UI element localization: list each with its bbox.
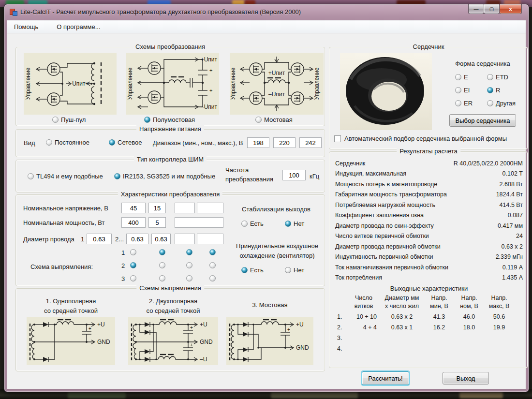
plus-u-label: +U [200, 321, 207, 328]
core-photo [340, 53, 432, 130]
rect-radio-2-3[interactable] [186, 262, 192, 268]
upit-label: –Uпит+ [69, 80, 89, 87]
rect-radio-3-3[interactable] [186, 275, 192, 281]
groupbox-results: Результаты расчета СердечникR 40,0/25,0/… [329, 151, 528, 368]
calculate-button[interactable]: Рассчитать! [362, 371, 409, 385]
groupbox-legend: Результаты расчета [397, 148, 460, 155]
exit-button[interactable]: Выход [443, 372, 489, 384]
menu-help[interactable]: Помощь [14, 23, 38, 30]
rect-radio-3-1[interactable] [130, 275, 136, 281]
radio-label: Постоянное [55, 139, 89, 146]
radio-icon[interactable] [285, 221, 291, 227]
minimize-button[interactable]: — [468, 4, 484, 14]
checkbox-icon[interactable] [334, 135, 341, 142]
scheme-pushpull-radio[interactable]: Пуш-пул [52, 116, 86, 123]
rect-radio-1-3[interactable] [186, 249, 192, 255]
out-power-1[interactable] [121, 217, 146, 228]
upit-plus-label: +Uпит [268, 70, 285, 76]
groupbox-legend: Схемы преобразования [133, 43, 208, 50]
out-voltage-4[interactable] [197, 203, 223, 213]
wire-diam-3[interactable] [175, 234, 195, 244]
wire-diam-2[interactable] [151, 234, 171, 244]
wire-diam-primary[interactable] [87, 234, 112, 244]
supply-dc-radio[interactable]: Постоянное [46, 139, 89, 146]
radio-icon[interactable] [144, 117, 150, 123]
table-row: 3. [335, 335, 348, 345]
desktop: { "window": { "title": "Lite-CalcIT - Ра… [0, 0, 532, 399]
out-power-2[interactable] [148, 217, 166, 228]
cooling-yes-radio[interactable]: Есть [241, 266, 264, 274]
voltage-nom-input[interactable] [273, 137, 296, 148]
rect-radio-1-2[interactable] [159, 249, 165, 255]
core-shape-r-radio[interactable]: R [487, 87, 500, 94]
voltage-max-input[interactable] [299, 137, 322, 148]
cooling-no-radio[interactable]: Нет [285, 266, 304, 274]
core-shape-etd-radio[interactable]: ETD [487, 74, 508, 81]
radio-icon[interactable] [455, 74, 461, 80]
rect-radio-1-1[interactable] [130, 249, 136, 255]
output-table: Число витков Диаметр мм х число жил Напр… [335, 294, 523, 356]
rect-radio-1-4[interactable] [209, 249, 216, 255]
menu-about[interactable]: О программе... [57, 23, 100, 30]
wire-diam-1[interactable] [126, 234, 148, 244]
radio-icon[interactable] [28, 173, 34, 179]
radio-label: Есть [250, 220, 264, 227]
radio-icon[interactable] [52, 117, 59, 123]
core-shape-ei-radio[interactable]: EI [455, 87, 470, 94]
core-shape-er-radio[interactable]: ER [455, 100, 473, 107]
close-button[interactable]: x [499, 4, 522, 14]
radio-label: Нет [294, 220, 304, 227]
scheme-bridge-radio[interactable]: Мостовая [255, 116, 293, 123]
radio-icon[interactable] [487, 74, 493, 80]
rectifier-2-title: 2. Двухполярная со средней точкой [128, 296, 218, 315]
core-shape-e-radio[interactable]: E [455, 74, 468, 81]
result-row: Индукция, максимальная0.102 Т [335, 169, 523, 179]
menubar: Помощь О программе... [7, 20, 526, 33]
radio-icon[interactable] [241, 221, 248, 227]
supply-ac-radio[interactable]: Сетевое [109, 139, 142, 146]
core-shape-other-radio[interactable]: Другая [487, 100, 516, 107]
result-row: Число витков первичной обмотки24 [335, 231, 523, 242]
out-power-3[interactable] [175, 217, 223, 228]
out-voltage-2[interactable] [148, 203, 166, 213]
rect-radio-3-2[interactable] [159, 275, 165, 281]
pushpull-diagram: Управление –Uпит+ [24, 53, 117, 115]
radio-icon[interactable] [285, 267, 291, 273]
halfbridge-diagram: Управление +Uпит –Uпит [126, 53, 219, 115]
radio-icon[interactable] [455, 87, 461, 93]
radio-label: E [464, 74, 468, 81]
radio-icon[interactable] [46, 139, 52, 146]
stabilization-no-radio[interactable]: Нет [285, 220, 304, 227]
wire-diam-4[interactable] [197, 234, 223, 244]
maximize-button[interactable]: ▢ [484, 4, 500, 14]
out-voltage-1[interactable] [121, 203, 146, 213]
controller-tl494-radio[interactable]: TL494 и ему подобные [28, 173, 103, 180]
rect-radio-2-2[interactable] [159, 262, 165, 268]
app-icon [9, 8, 17, 15]
radio-label: R [496, 87, 500, 94]
stabilization-yes-radio[interactable]: Есть [241, 220, 264, 227]
result-row: Индуктивность первичной обмотки2.339 мГн [335, 252, 523, 263]
radio-icon[interactable] [109, 139, 115, 146]
rect-radio-2-1[interactable] [130, 262, 136, 268]
radio-icon[interactable] [114, 173, 120, 179]
frequency-input[interactable] [282, 170, 306, 180]
core-select-button[interactable]: Выбор сердечника [449, 114, 516, 127]
rect-radio-2-4[interactable] [209, 262, 216, 268]
rectifier-3-diagram: +U + GND [226, 317, 313, 365]
radio-icon[interactable] [241, 267, 248, 273]
voltage-min-input[interactable] [247, 137, 269, 148]
scheme-halfbridge-radio[interactable]: Полумостовая [144, 116, 195, 123]
controller-ir2153-radio[interactable]: IR2153, SG3525 и им подобные [114, 173, 215, 180]
radio-icon[interactable] [487, 87, 493, 93]
out-voltage-3[interactable] [175, 203, 195, 213]
radio-icon[interactable] [255, 117, 262, 123]
bridge-diagram: Управление Управление [230, 53, 324, 115]
core-shape-title: Форма сердечника [442, 60, 524, 67]
auto-core-checkbox-row[interactable]: Автоматический подбор сердечника выбранн… [334, 135, 507, 142]
rect-radio-3-4[interactable] [209, 275, 216, 281]
control-label: Управление [25, 67, 31, 100]
radio-icon[interactable] [487, 100, 493, 106]
radio-icon[interactable] [455, 100, 461, 106]
table-row: 1. [335, 313, 348, 324]
